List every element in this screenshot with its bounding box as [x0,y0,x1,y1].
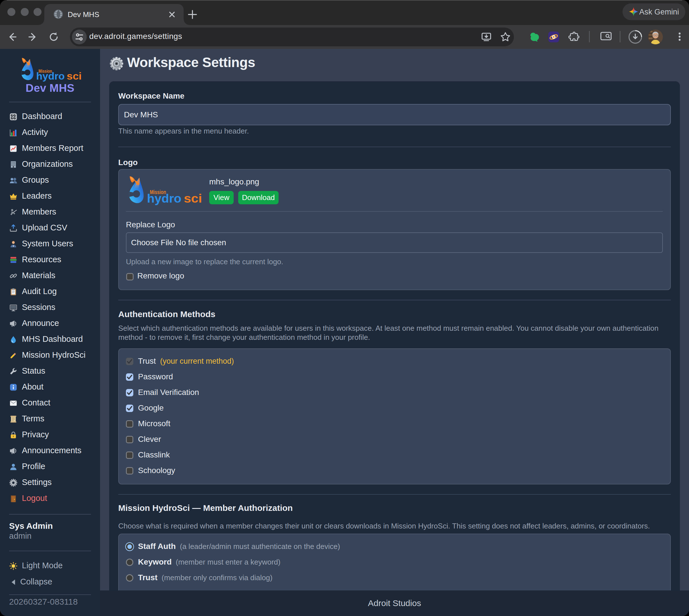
svg-text:sci: sci [184,192,201,205]
svg-text:hydro: hydro [147,192,181,205]
svg-text:sci: sci [66,70,81,82]
svg-text:hydro: hydro [36,70,65,82]
